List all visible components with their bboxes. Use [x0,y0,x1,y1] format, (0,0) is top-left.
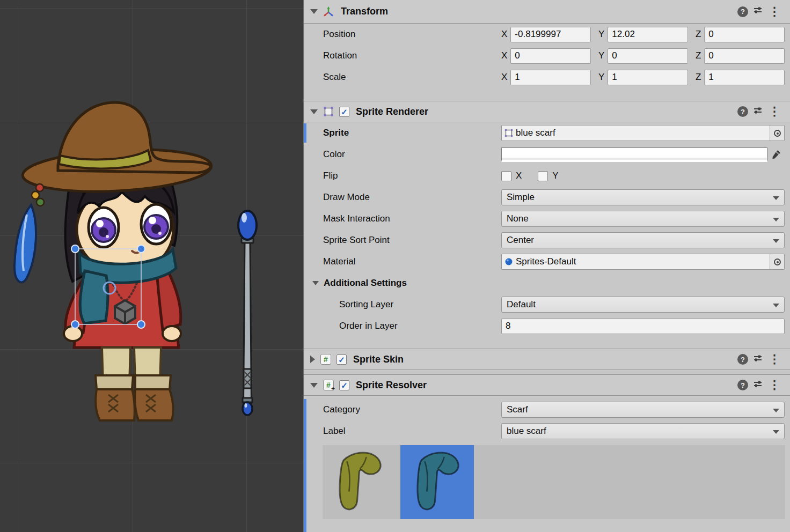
component-title: Sprite Renderer [356,106,428,117]
scale-y-field[interactable] [608,70,688,85]
y-axis-label: Y [598,50,604,61]
sprite-thumbnail-green-scarf[interactable] [323,445,396,519]
sorting-layer-value: Default [507,299,536,310]
category-dropdown[interactable]: Scarf [501,402,785,418]
label-row: Label blue scarf [304,420,790,442]
position-label: Position [323,29,501,40]
flip-label: Flip [323,171,501,181]
material-sphere-icon [504,257,513,266]
position-y-field[interactable] [608,27,688,42]
rotation-x-field[interactable] [510,48,591,64]
component-enabled-checkbox[interactable] [339,107,349,117]
presets-icon[interactable] [753,379,763,391]
rotation-label: Rotation [323,50,501,61]
foldout-arrow-icon[interactable] [310,356,315,363]
sprite-sort-point-label: Sprite Sort Point [323,235,501,246]
sprite-thumbnail-blue-scarf[interactable] [400,445,474,519]
y-axis-label: Y [598,72,604,83]
presets-icon[interactable] [753,106,763,118]
rotation-z-field[interactable] [704,48,785,64]
draw-mode-label: Draw Mode [323,192,501,203]
sprite-row: Sprite blue scarf [304,122,790,144]
rotation-y-field[interactable] [608,48,688,64]
help-icon[interactable]: ? [737,106,748,117]
chevron-down-icon [773,196,779,200]
color-label: Color [323,149,501,160]
foldout-arrow-icon[interactable] [310,109,318,114]
material-object-field[interactable]: Sprites-Default [501,254,785,270]
rotation-row: Rotation X Y Z [304,45,790,66]
kebab-menu-icon[interactable]: ⋮ [767,106,781,117]
material-row: Material Sprites-Default [304,251,790,272]
staff-sprite[interactable] [238,211,257,415]
kebab-menu-icon[interactable]: ⋮ [767,353,781,365]
chevron-down-icon [773,218,779,221]
selection-handle[interactable] [137,245,145,253]
presets-icon[interactable] [753,5,763,18]
kebab-menu-icon[interactable]: ⋮ [767,6,781,18]
y-axis-label: Y [598,29,604,40]
draw-mode-dropdown[interactable]: Simple [501,189,785,205]
sprite-resolver-header: #+ Sprite Resolver ? ⋮ [304,374,790,396]
selection-handle[interactable] [71,245,79,253]
object-picker-icon[interactable] [770,254,784,269]
prefab-override-bar [304,123,306,143]
sprite-sort-point-row: Sprite Sort Point Center [304,230,790,251]
script-plus-icon: #+ [323,379,334,391]
z-axis-label: Z [696,50,701,61]
foldout-arrow-icon[interactable] [310,383,318,388]
sprite-variant-strip [323,445,785,519]
draw-mode-row: Draw Mode Simple [304,187,790,208]
order-in-layer-row: Order in Layer [304,315,790,337]
flip-x-checkbox[interactable] [501,171,511,181]
x-axis-label: X [501,29,507,40]
chevron-down-icon [773,430,779,434]
help-icon[interactable]: ? [737,380,748,390]
kebab-menu-icon[interactable]: ⋮ [767,379,781,391]
component-enabled-checkbox[interactable] [339,380,349,390]
scale-label: Scale [323,72,501,83]
sorting-layer-dropdown[interactable]: Default [501,297,785,313]
additional-settings-foldout[interactable]: Additional Settings [304,272,790,294]
x-axis-label: X [501,50,507,61]
category-value: Scarf [507,404,528,415]
scene-view[interactable] [0,0,303,532]
material-label: Material [323,256,501,267]
help-icon[interactable]: ? [737,354,748,365]
component-title: Sprite Resolver [356,380,427,391]
category-row: Category Scarf [304,399,790,420]
position-x-field[interactable] [510,27,591,42]
object-picker-icon[interactable] [770,125,784,141]
sorting-layer-label: Sorting Layer [339,299,501,310]
flip-y-checkbox[interactable] [538,171,548,181]
selection-handle[interactable] [71,321,79,328]
color-swatch[interactable] [501,147,767,162]
foldout-arrow-icon[interactable] [310,9,318,14]
scale-z-field[interactable] [704,70,785,85]
prefab-override-bar [304,399,306,532]
label-dropdown[interactable]: blue scarf [501,423,785,439]
mask-interaction-label: Mask Interaction [323,213,501,224]
sprite-skin-header: # Sprite Skin ? ⋮ [304,349,790,370]
mask-interaction-dropdown[interactable]: None [501,211,785,227]
eyedropper-icon[interactable] [767,149,785,160]
character-sprite[interactable] [14,102,213,420]
chevron-down-icon [773,304,779,307]
color-row: Color [304,144,790,165]
scale-x-field[interactable] [510,70,591,85]
help-icon[interactable]: ? [737,6,748,17]
label-label: Label [323,426,501,437]
selection-handle[interactable] [137,321,145,328]
presets-icon[interactable] [753,353,763,366]
flip-x-label: X [516,171,522,181]
chevron-down-icon [773,409,779,412]
mask-interaction-row: Mask Interaction None [304,208,790,230]
component-title: Transform [341,6,388,17]
order-in-layer-label: Order in Layer [339,321,501,331]
sprite-object-field[interactable]: blue scarf [501,125,785,141]
component-enabled-checkbox[interactable] [337,354,347,365]
order-in-layer-field[interactable] [501,319,785,334]
position-z-field[interactable] [704,27,785,42]
script-icon: # [320,353,332,365]
sprite-sort-point-dropdown[interactable]: Center [501,232,785,248]
